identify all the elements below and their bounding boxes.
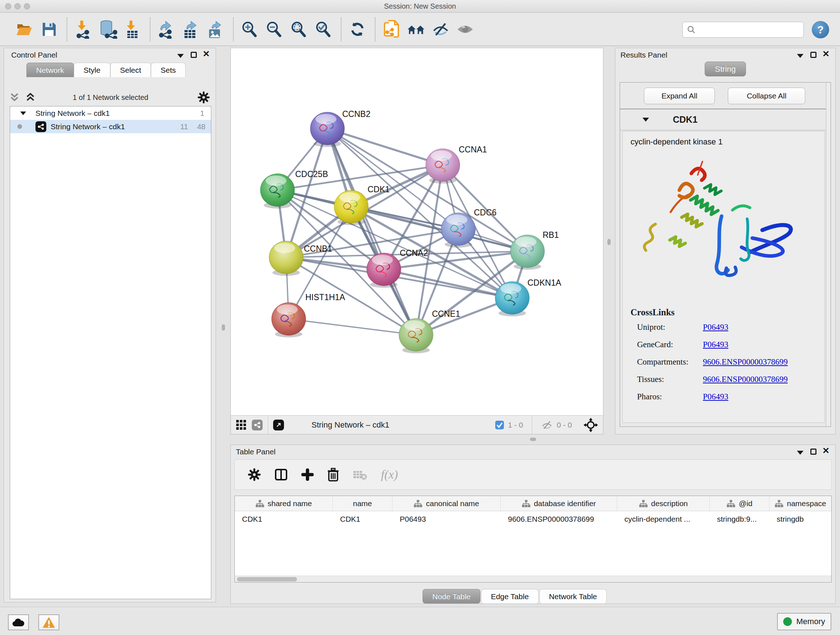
- table-row[interactable]: CDK1 CDK1 P06493 9606.ENSP00000378699 cy…: [235, 511, 831, 527]
- collapse-all-button[interactable]: Collapse All: [728, 88, 805, 104]
- selected-checkbox-icon[interactable]: [495, 420, 504, 430]
- network-node-CCNA2[interactable]: [367, 253, 401, 288]
- cell-description: cyclin-dependent ...: [617, 511, 710, 527]
- column-header-name[interactable]: name: [333, 496, 393, 511]
- detach-view-icon[interactable]: [273, 420, 284, 431]
- search-input[interactable]: [696, 26, 797, 34]
- tab-select[interactable]: Select: [111, 63, 151, 77]
- current-network-indicator: [17, 124, 22, 129]
- network-view-toolbar: String Network – cdk1 1 - 0 0 - 0: [231, 415, 603, 434]
- table-tabs: Node Table Edge Table Network Table: [423, 589, 607, 603]
- export-image-icon[interactable]: [206, 20, 225, 39]
- crosslink-pharos-link[interactable]: P06493: [703, 392, 728, 402]
- help-icon[interactable]: ?: [812, 21, 829, 38]
- gene-section-header[interactable]: CDK1: [620, 109, 831, 130]
- tree-column-icon: [639, 500, 647, 508]
- clone-network-icon[interactable]: [382, 20, 401, 39]
- panel-menu-icon[interactable]: [797, 451, 804, 455]
- network-view-title: String Network – cdk1: [311, 420, 389, 430]
- column-header-namespace[interactable]: namespace: [769, 496, 831, 511]
- panel-menu-icon[interactable]: [177, 54, 184, 58]
- warnings-button[interactable]: [38, 614, 59, 630]
- results-scrollbar[interactable]: [826, 82, 831, 426]
- float-panel-icon[interactable]: [810, 448, 816, 455]
- refresh-icon[interactable]: [348, 20, 367, 39]
- collection-expander-icon[interactable]: [20, 111, 26, 115]
- zoom-in-icon[interactable]: [240, 20, 259, 39]
- cloud-status-button[interactable]: [8, 614, 29, 630]
- crosslink-compartments-link[interactable]: 9606.ENSP00000378699: [703, 357, 788, 367]
- table-settings-gear-icon[interactable]: [248, 468, 261, 481]
- import-network-icon[interactable]: [74, 20, 93, 39]
- tab-network-table[interactable]: Network Table: [539, 589, 607, 603]
- window-title: Session: New Session: [0, 2, 840, 11]
- network-row[interactable]: String Network – cdk1 11 48: [10, 120, 211, 133]
- export-table-icon[interactable]: [182, 20, 201, 39]
- network-edge-CCNB2-RB1[interactable]: [327, 128, 527, 251]
- toolbar-separator: [233, 17, 234, 41]
- right-splitter-handle[interactable]: [607, 239, 611, 245]
- create-column-plus-icon[interactable]: [302, 469, 314, 481]
- network-birdseye-icon[interactable]: [252, 420, 263, 431]
- network-node-CCNB2[interactable]: [310, 112, 344, 147]
- tab-node-table[interactable]: Node Table: [423, 589, 480, 603]
- tab-style[interactable]: Style: [74, 63, 111, 77]
- table-horizontal-scrollbar[interactable]: [235, 576, 831, 582]
- left-splitter-handle[interactable]: [222, 325, 225, 331]
- show-columns-icon[interactable]: [275, 468, 287, 481]
- float-panel-icon[interactable]: [810, 52, 816, 58]
- gear-icon[interactable]: [197, 91, 210, 103]
- tab-edge-table[interactable]: Edge Table: [481, 589, 538, 603]
- network-collection-row[interactable]: String Network – cdk1 1: [10, 106, 211, 120]
- delete-column-trash-icon[interactable]: [327, 468, 339, 481]
- first-neighbors-icon[interactable]: [407, 20, 425, 39]
- memory-button[interactable]: Memory: [777, 613, 831, 630]
- tab-string[interactable]: String: [705, 62, 746, 76]
- open-session-icon[interactable]: [15, 20, 34, 39]
- network-edge-CCNB2-CCNE1[interactable]: [327, 128, 416, 335]
- crosslink-uniprot-link[interactable]: P06493: [703, 323, 728, 332]
- close-panel-icon[interactable]: ✕: [822, 447, 829, 454]
- panel-menu-icon[interactable]: [797, 54, 804, 58]
- results-panel-title: Results Panel: [621, 51, 668, 59]
- network-selection-bar: 1 of 1 Network selected: [10, 89, 211, 105]
- save-session-icon[interactable]: [40, 20, 58, 39]
- close-panel-icon[interactable]: ✕: [822, 50, 829, 57]
- network-node-CCNE1[interactable]: [399, 318, 433, 353]
- crosslink-tissues-link[interactable]: 9606.ENSP00000378699: [703, 375, 788, 384]
- node-label-CCNB1: CCNB1: [304, 244, 332, 253]
- show-all-icon[interactable]: [456, 20, 475, 39]
- zoom-out-icon[interactable]: [265, 20, 284, 39]
- column-header-shared-name[interactable]: shared name: [235, 496, 333, 511]
- fit-content-crosshair-icon[interactable]: [584, 418, 598, 432]
- zoom-selected-icon[interactable]: [314, 20, 333, 39]
- tab-sets[interactable]: Sets: [151, 63, 186, 77]
- network-canvas[interactable]: CCNB2CCNA1CDC25BCDK1CDC6RB1CCNB1CCNA2CDK…: [231, 48, 603, 415]
- network-node-CDC6[interactable]: [441, 213, 475, 248]
- float-panel-icon[interactable]: [191, 52, 197, 58]
- column-header-id[interactable]: @id: [710, 496, 769, 511]
- grid-view-icon[interactable]: [236, 420, 247, 431]
- close-panel-icon[interactable]: ✕: [202, 50, 210, 57]
- network-edge-HIST1H1A-CCNE1[interactable]: [289, 319, 416, 335]
- tab-network[interactable]: Network: [27, 63, 74, 77]
- import-table-icon[interactable]: [123, 20, 142, 39]
- gene-expander-icon[interactable]: [643, 118, 649, 122]
- network-node-HIST1H1A[interactable]: [272, 302, 306, 337]
- column-header-description[interactable]: description: [617, 496, 710, 511]
- expand-all-button[interactable]: Expand All: [644, 88, 715, 104]
- crosslink-genecard-link[interactable]: P06493: [703, 340, 728, 349]
- import-network-database-icon[interactable]: [98, 20, 117, 39]
- column-header-database-identifier[interactable]: database identifier: [501, 496, 617, 511]
- bottom-splitter-handle[interactable]: [530, 438, 536, 441]
- scrollbar-thumb[interactable]: [237, 577, 297, 581]
- hide-selected-icon[interactable]: [431, 20, 450, 39]
- control-panel: Control Panel ✕ Network Style Select Set…: [4, 48, 216, 602]
- zoom-fit-icon[interactable]: [289, 20, 308, 39]
- network-node-CDKN1A[interactable]: [495, 282, 529, 317]
- network-edge-CCNB2-CCNA1[interactable]: [327, 128, 443, 165]
- network-node-RB1[interactable]: [510, 235, 545, 270]
- column-header-canonical-name[interactable]: canonical name: [393, 496, 501, 511]
- network-node-CCNB1[interactable]: [269, 241, 303, 276]
- export-network-icon[interactable]: [157, 20, 176, 39]
